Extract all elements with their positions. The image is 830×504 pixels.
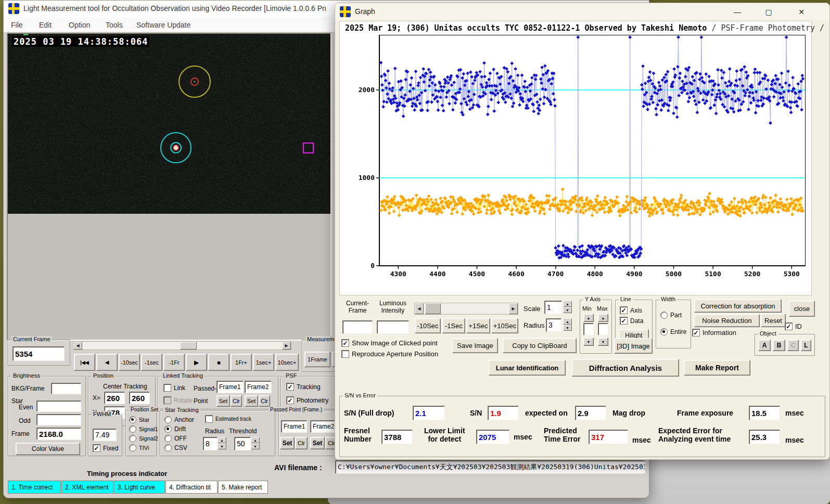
graph-scroll-right-icon[interactable]: ▶ [509,303,518,314]
pp-clr1-button[interactable]: Clr [295,437,308,449]
back-1frame-button[interactable]: -1Fr [163,354,185,371]
image-3d-button[interactable]: [3D] Image [614,338,653,354]
fwd-1sec-button[interactable]: 1sec+ [253,354,274,371]
aperture-magenta-square[interactable] [303,143,314,153]
tab-light-curve[interactable]: 3. Light curve [114,481,165,494]
radio-signal1[interactable]: Signal1 [129,425,158,433]
minus-10sec-button[interactable]: -10Sec [415,318,441,333]
frame-scrollbar[interactable]: ◀ ▶ [73,341,291,350]
tab-make-report[interactable]: 5. Make report [218,481,268,494]
line-data-checkbox[interactable]: ✓Data [620,317,643,325]
avi-filename-field[interactable]: C:¥Users¥owner¥Documents¥天文¥202503¥20250… [335,460,645,474]
minus-1sec-button[interactable]: -1Sec [442,318,465,333]
show-image-checkbox[interactable]: ✓Show Image of Clicked point [341,339,438,347]
graph-scroll-thumb[interactable] [425,303,441,314]
back-10sec-button[interactable]: -10sec [119,354,140,371]
even-field[interactable] [36,400,81,412]
lt-frame1-box[interactable]: Frame1 [216,381,244,393]
graph-title-bar[interactable]: Graph — ▢ ✕ [335,3,829,20]
threshold-spinner[interactable]: ▲▼ [251,437,260,449]
radio-tivi[interactable]: TIVi [129,444,149,451]
one-frame-button[interactable]: 1Frame [304,352,330,367]
stop-button[interactable]: ■ [208,354,229,371]
lt-set1-button[interactable]: Set [216,395,230,407]
threshold-field[interactable]: 50 [234,437,251,450]
line-axis-checkbox[interactable]: ✓Axis [620,306,642,314]
graph-radius-spinner[interactable]: ▲▼ [563,318,572,331]
make-report-button[interactable]: Make Report [684,360,750,376]
color-value-button[interactable]: Color Value [16,443,80,455]
lt-frame2-box[interactable]: Frame2 [245,381,272,393]
current-frame-field[interactable]: 5354 [12,346,65,361]
odd-field[interactable] [36,414,81,425]
save-image-button[interactable]: Save Image [452,338,498,353]
width-part-radio[interactable]: Part [660,312,682,319]
copy-clipboard-button[interactable]: Copy to ClipBoard [503,338,577,353]
radio-csv[interactable]: CSV [164,444,187,451]
tab-time-correct[interactable]: 1. Time correct [8,481,61,494]
predicted-error-field[interactable]: 317 [589,430,628,444]
ymax-down-button[interactable]: ▼ [598,338,608,346]
pp-set2-button[interactable]: Set [310,437,325,449]
psf-tracking-checkbox[interactable]: ✓Tracking [286,383,321,391]
plus-1sec-button[interactable]: +1Sec [466,318,490,333]
noise-reduction-button[interactable]: Noise Reduction [694,314,760,327]
sn-field[interactable]: 1.9 [488,406,519,420]
scale-field[interactable]: 1 [544,301,562,314]
lt-set2-button[interactable]: Set [245,395,258,407]
radio-star[interactable]: Star [129,416,149,423]
diffraction-analysis-button[interactable]: Diffraction Analysis [572,359,679,377]
ymin-up-button[interactable]: ▲ [583,314,594,322]
graph-radius-field[interactable]: 3 [546,318,561,332]
scroll-left-icon[interactable]: ◀ [73,342,82,350]
estimated-track-checkbox[interactable]: Estimated track [205,415,251,423]
lt-clr1-button[interactable]: Clr [231,395,242,407]
graph-scrollbar[interactable]: ◀ ▶ [414,303,518,315]
frame-exposure-field[interactable]: 18.5 [749,406,780,420]
radius-field[interactable]: 8 [203,437,218,450]
bkg-frame-field[interactable] [51,383,81,394]
back-1sec-button[interactable]: -1sec [141,354,162,371]
video-frame[interactable]: 2025 03 19 14:38:58:064 [8,34,330,214]
tab-diffraction[interactable]: 4. Diffraction tit [165,481,218,494]
menu-software-update[interactable]: Software Update [136,21,190,29]
ymin-box[interactable] [583,323,594,335]
lightcurve-chart[interactable] [340,21,811,295]
radio-off[interactable]: OFF [164,435,187,442]
fwd-10sec-button[interactable]: 10sec+ [275,354,299,371]
object-l-button[interactable]: L [801,340,811,351]
scroll-right-icon[interactable]: ▶ [282,342,291,350]
frame-brightness-field[interactable]: 2168.0 [36,428,81,440]
plus-10sec-button[interactable]: +10Sec [491,318,518,333]
nav-luminous-field[interactable] [377,320,409,334]
x-center-field[interactable]: 260 [104,392,125,404]
play-button[interactable]: ▶ [186,354,207,371]
fwd-1frame-button[interactable]: 1Fr+ [231,354,252,371]
pp-frame1-box[interactable]: Frame1 [281,420,307,433]
lt-clr2-button[interactable]: Clr [259,395,270,407]
fresnel-field[interactable]: 3788 [381,430,413,444]
maximize-icon[interactable]: ▢ [759,5,778,19]
radio-signal2[interactable]: Signal2 [129,435,158,442]
tab-xml-element[interactable]: 2. XML element [61,481,113,494]
information-checkbox[interactable]: ✓Information [692,329,736,337]
expected-error-field[interactable]: 25.3 [749,430,780,444]
menu-tools[interactable]: Tools [106,21,123,29]
fwhm-field[interactable]: 7.49 [93,429,117,441]
object-b-button[interactable]: B [773,340,785,351]
menu-option[interactable]: Option [69,21,90,29]
lower-limit-field[interactable]: 2075 [476,430,509,444]
minimize-icon[interactable]: — [728,5,747,19]
ymin-down-button[interactable]: ▼ [583,338,594,346]
object-a-button[interactable]: A [758,340,771,351]
link-checkbox[interactable]: Link [163,384,185,392]
correction-absorption-button[interactable]: Correction for absorption [694,299,782,313]
nav-current-frame-field[interactable] [342,320,373,334]
pp-set1-button[interactable]: Set [280,437,295,449]
radio-anchor[interactable]: Anchor [164,416,194,423]
graph-scroll-left-icon[interactable]: ◀ [415,303,424,314]
reset-button[interactable]: Reset [761,314,786,327]
x-tracking-field[interactable]: 260 [129,392,150,404]
menu-file[interactable]: File [11,21,23,29]
ymax-up-button[interactable]: ▲ [598,314,608,322]
